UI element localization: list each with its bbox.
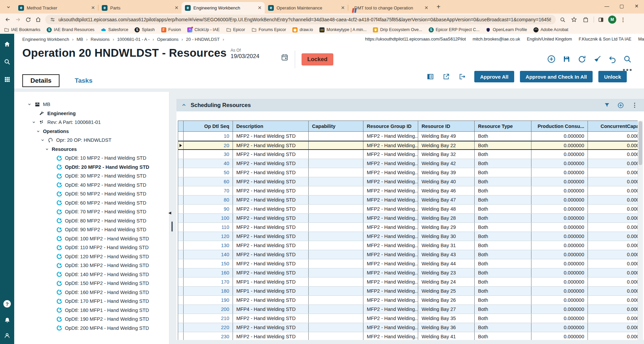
- grid-cell[interactable]: Welding Bay 46: [418, 186, 475, 195]
- grid-cell[interactable]: 0.000000: [588, 296, 638, 305]
- grid-cell[interactable]: Welding Bay 31: [418, 241, 475, 250]
- row-select-gutter[interactable]: [178, 159, 184, 168]
- grid-cell[interactable]: 0.000000: [588, 168, 638, 177]
- row-select-gutter[interactable]: [178, 250, 184, 259]
- grid-cell[interactable]: MFP2 - Hand Welding STD: [233, 268, 309, 277]
- grid-cell[interactable]: MFP2 - Hand Welding STD: [233, 241, 309, 250]
- grid-cell[interactable]: MFP1 - Hand Welding STD: [233, 277, 309, 286]
- grid-cell[interactable]: MFP4 - Hand Welding STD: [233, 305, 309, 314]
- tab-search-button[interactable]: [3, 2, 14, 12]
- grid-cell[interactable]: [309, 132, 363, 140]
- grid-cell[interactable]: MFP2 - Hand Welding STD: [233, 141, 309, 149]
- bookmark-item[interactable]: Salesforce: [101, 27, 128, 32]
- window-minimize-button[interactable]: —: [599, 0, 614, 12]
- grid-cell[interactable]: MFP2 - Hand Welding...: [363, 241, 418, 250]
- grid-cell[interactable]: 0.000000: [531, 305, 588, 314]
- scrollbar-thumb[interactable]: [639, 121, 642, 165]
- grid-cell[interactable]: Welding Bay 39: [418, 168, 475, 177]
- row-select-gutter[interactable]: [178, 287, 184, 295]
- tree-expand-chevron-icon[interactable]: [36, 129, 43, 134]
- grid-cell[interactable]: MFP2 - Hand Welding STD: [233, 314, 309, 323]
- grid-cell[interactable]: 0.000000: [531, 314, 588, 323]
- home-icon[interactable]: [3, 41, 11, 48]
- table-row[interactable]: 200MFP4 - Hand Welding STDMFP2 - Hand We…: [178, 305, 638, 314]
- table-row[interactable]: 10MFP2 - Hand Welding STDMFP2 - Hand Wel…: [178, 132, 638, 141]
- bookmark-item[interactable]: SIAE Brand Resources: [47, 27, 94, 32]
- grid-column-header[interactable]: Op Dtl Seq: [184, 121, 233, 131]
- row-select-gutter[interactable]: [178, 141, 184, 149]
- exit-icon[interactable]: [458, 73, 466, 80]
- tree-expand-chevron-icon[interactable]: [45, 147, 52, 152]
- row-select-gutter[interactable]: [178, 223, 184, 232]
- row-select-gutter[interactable]: [178, 186, 184, 195]
- page-zoom-icon[interactable]: [558, 15, 567, 24]
- grid-cell[interactable]: [309, 287, 363, 295]
- browser-tab[interactable]: eEngineering Workbench✕: [182, 2, 265, 14]
- table-row[interactable]: 160MFP2 - Hand Welding STDMFP2 - Hand We…: [178, 268, 638, 277]
- grid-cell[interactable]: MFP2 - Hand Welding...: [363, 195, 418, 204]
- row-select-gutter[interactable]: [178, 332, 184, 340]
- grid-cell[interactable]: 0.000000: [531, 150, 588, 159]
- table-row[interactable]: 50MFP2 - Hand Welding STDMFP2 - Hand Wel…: [178, 168, 638, 177]
- grid-cell[interactable]: Both: [475, 323, 531, 332]
- grid-cell[interactable]: Welding Bay 27: [418, 305, 475, 314]
- grid-menu-kebab-icon[interactable]: ⋮: [631, 102, 638, 109]
- grid-cell[interactable]: Both: [475, 314, 531, 323]
- grid-cell[interactable]: 90: [184, 205, 233, 213]
- table-row[interactable]: 150MFP2 - Hand Welding STDMFP2 - Hand We…: [178, 259, 638, 268]
- grid-cell[interactable]: 0.000000: [588, 268, 638, 277]
- grid-cell[interactable]: 0.000000: [588, 259, 638, 268]
- table-row[interactable]: 40MFP2 - Hand Welding STDMFP2 - Hand Wel…: [178, 159, 638, 168]
- grid-cell[interactable]: MFP2 - Hand Welding STD: [233, 132, 309, 140]
- grid-cell[interactable]: 150: [184, 259, 233, 268]
- grid-cell[interactable]: [309, 141, 363, 149]
- table-row[interactable]: 110MFP2 - Hand Welding STDMFP2 - Hand We…: [178, 223, 638, 232]
- tree-item[interactable]: OpDtl: 200 MFP4 - Hand Welding STD: [14, 324, 169, 333]
- grid-column-header[interactable]: Production Consu...: [531, 121, 588, 131]
- row-select-gutter[interactable]: [178, 132, 184, 140]
- grid-cell[interactable]: 0.000000: [531, 277, 588, 286]
- grid-cell[interactable]: 220: [184, 323, 233, 332]
- tab-close-icon[interactable]: ✕: [340, 5, 346, 11]
- tree-item[interactable]: OpDtl: 50 MFP2 - Hand Welding STD: [14, 189, 169, 199]
- save-icon[interactable]: [562, 55, 571, 63]
- row-select-gutter[interactable]: [178, 150, 184, 159]
- grid-cell[interactable]: Welding Bay 42: [418, 159, 475, 168]
- grid-cell[interactable]: MFP2 - Hand Welding STD: [233, 186, 309, 195]
- breadcrumb-item[interactable]: MB: [77, 37, 84, 42]
- grid-cell[interactable]: MFP2 - Hand Welding STD: [233, 332, 309, 340]
- row-select-gutter[interactable]: [178, 296, 184, 305]
- grid-cell[interactable]: 230: [184, 332, 233, 340]
- grid-cell[interactable]: MFP2 - Hand Welding...: [363, 250, 418, 259]
- grid-cell[interactable]: 0.000000: [588, 305, 638, 314]
- table-row[interactable]: 120MFP2 - Hand Welding STDMFP2 - Hand We…: [178, 232, 638, 241]
- tree-item[interactable]: Operations: [14, 127, 169, 136]
- table-row[interactable]: 30MFP2 - Hand Welding STDMFP2 - Hand Wel…: [178, 150, 638, 159]
- refresh-icon[interactable]: [577, 55, 586, 63]
- grid-cell[interactable]: [309, 268, 363, 277]
- tree-expand-chevron-icon[interactable]: [41, 137, 47, 143]
- bookmark-item[interactable]: FFusion: [161, 27, 181, 32]
- row-select-gutter[interactable]: [178, 241, 184, 250]
- grid-cell[interactable]: Both: [475, 223, 531, 232]
- grid-cell[interactable]: Both: [475, 159, 531, 168]
- tab-tasks[interactable]: Tasks: [67, 74, 100, 87]
- tree-item[interactable]: OpDtl: 120 MFP2 - Hand Welding STD: [14, 252, 169, 261]
- apps-grid-icon[interactable]: [3, 76, 11, 83]
- grid-cell[interactable]: 0.000000: [588, 250, 638, 259]
- bookmark-item[interactable]: OpenLearn Profile: [486, 27, 527, 32]
- grid-cell[interactable]: 0.000000: [588, 287, 638, 295]
- as-of-value[interactable]: 19/03/2024: [231, 53, 259, 60]
- grid-cell[interactable]: 0.000000: [531, 186, 588, 195]
- browser-tab[interactable]: eParts✕: [98, 2, 182, 14]
- grid-cell[interactable]: 0.000000: [531, 214, 588, 222]
- bookmark-item[interactable]: ♛Drip Ecosystem Ove...: [373, 27, 422, 32]
- grid-cell[interactable]: Welding Bay 22: [418, 141, 475, 149]
- breadcrumb-item[interactable]: 20 - HNDWLDST: [186, 37, 220, 42]
- grid-cell[interactable]: 30: [184, 150, 233, 159]
- tree-item[interactable]: OpDtl: 40 MFP2 - Hand Welding STD: [14, 181, 169, 190]
- row-select-gutter[interactable]: [178, 259, 184, 268]
- unlock-button[interactable]: Unlock: [598, 71, 627, 82]
- grid-cell[interactable]: MFP2 - Hand Welding...: [363, 186, 418, 195]
- undo-icon[interactable]: [608, 55, 617, 63]
